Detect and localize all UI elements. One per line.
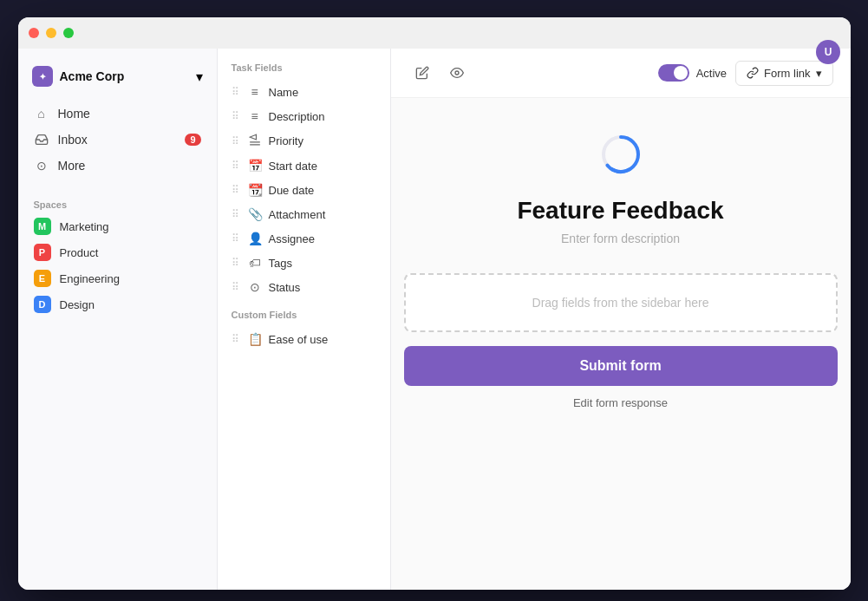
field-ease-label: Ease of use [269, 333, 329, 346]
form-title: Feature Feedback [517, 197, 723, 225]
drag-handle-priority: ⠿ [232, 135, 239, 147]
design-label: Design [60, 298, 95, 311]
field-description[interactable]: ⠿ ≡ Description [218, 104, 390, 128]
workspace-name: Acme Corp [60, 69, 189, 83]
product-dot: P [34, 244, 51, 261]
attachment-icon: 📎 [248, 207, 262, 221]
titlebar [18, 17, 851, 49]
sidebar-item-product[interactable]: P Product [25, 239, 210, 265]
sidebar-item-home-label: Home [58, 107, 90, 121]
drag-handle-assignee: ⠿ [232, 232, 239, 245]
sidebar-item-more[interactable]: ⊙ More [25, 153, 210, 179]
svg-marker-0 [250, 134, 256, 140]
due-date-icon: 📆 [248, 183, 262, 197]
inbox-badge: 9 [185, 134, 200, 146]
drop-zone-label: Drag fields from the sidebar here [532, 296, 709, 310]
drag-handle-name: ⠿ [232, 86, 239, 98]
workspace-icon: ✦ [32, 66, 53, 87]
field-due-date[interactable]: ⠿ 📆 Due date [218, 178, 390, 202]
engineering-dot: E [34, 270, 51, 287]
sidebar-item-more-label: More [58, 159, 86, 173]
marketing-label: Marketing [60, 220, 109, 233]
task-fields-label: Task Fields [218, 62, 390, 80]
drag-handle-tags: ⠿ [232, 257, 239, 269]
field-attachment[interactable]: ⠿ 📎 Attachment [218, 202, 390, 226]
field-status[interactable]: ⠿ ⊙ Status [218, 275, 390, 299]
tags-icon: 🏷 [248, 256, 262, 270]
status-icon: ⊙ [248, 280, 262, 294]
sidebar-item-engineering[interactable]: E Engineering [25, 265, 210, 291]
main-content: Active Form link ▾ [391, 49, 851, 590]
user-avatar[interactable]: U [816, 40, 840, 64]
field-name-label: Name [269, 86, 299, 99]
minimize-button[interactable] [46, 28, 56, 38]
field-tags-label: Tags [269, 257, 292, 270]
field-status-label: Status [269, 281, 301, 294]
field-ease-of-use[interactable]: ⠿ 📋 Ease of use [218, 327, 390, 351]
field-start-date-label: Start date [269, 160, 317, 173]
field-description-label: Description [269, 110, 325, 123]
spaces-label: Spaces [18, 193, 217, 213]
ease-icon: 📋 [248, 332, 262, 346]
active-toggle-group: Active [658, 64, 727, 82]
assignee-icon: 👤 [248, 232, 262, 245]
drag-handle-status: ⠿ [232, 281, 239, 293]
drag-handle-attach: ⠿ [232, 208, 239, 220]
field-priority[interactable]: ⠿ Priority [218, 128, 390, 154]
sidebar: ✦ Acme Corp ▾ ⌂ Home Inbox [18, 49, 218, 590]
form-description[interactable]: Enter form description [561, 232, 680, 245]
loading-spinner [599, 133, 643, 176]
field-attachment-label: Attachment [269, 208, 326, 221]
form-link-button[interactable]: Form link ▾ [735, 61, 832, 86]
drag-handle-ease: ⠿ [232, 333, 239, 345]
inbox-icon [34, 132, 49, 147]
active-toggle[interactable] [658, 64, 689, 82]
field-start-date[interactable]: ⠿ 📅 Start date [218, 154, 390, 178]
drag-handle-desc: ⠿ [232, 110, 239, 122]
maximize-button[interactable] [63, 28, 74, 38]
toolbar-left [408, 59, 471, 87]
sidebar-nav: ⌂ Home Inbox 9 ⊙ More [18, 101, 217, 179]
field-assignee[interactable]: ⠿ 👤 Assignee [218, 226, 390, 251]
field-assignee-label: Assignee [269, 232, 315, 245]
drag-handle-start: ⠿ [232, 160, 239, 172]
svg-point-3 [455, 71, 459, 75]
edit-response-link[interactable]: Edit form response [573, 396, 668, 409]
marketing-dot: M [34, 218, 51, 235]
sidebar-item-design[interactable]: D Design [25, 291, 210, 317]
product-label: Product [60, 246, 99, 259]
sidebar-item-inbox[interactable]: Inbox 9 [25, 127, 210, 153]
start-date-icon: 📅 [248, 159, 262, 173]
workspace-chevron: ▾ [196, 69, 203, 85]
field-tags[interactable]: ⠿ 🏷 Tags [218, 251, 390, 275]
home-icon: ⌂ [34, 106, 49, 121]
more-icon: ⊙ [34, 158, 49, 173]
sidebar-item-home[interactable]: ⌂ Home [25, 101, 210, 127]
name-icon: ≡ [248, 85, 262, 99]
close-button[interactable] [29, 28, 39, 38]
form-link-label: Form link [764, 67, 810, 80]
field-priority-label: Priority [269, 134, 303, 147]
edit-button[interactable] [408, 59, 436, 87]
app-window: ✦ Acme Corp ▾ ⌂ Home Inbox [18, 17, 851, 590]
sidebar-item-marketing[interactable]: M Marketing [25, 213, 210, 239]
preview-button[interactable] [443, 59, 471, 87]
engineering-label: Engineering [60, 272, 120, 285]
description-icon: ≡ [248, 109, 262, 123]
field-due-date-label: Due date [269, 184, 315, 197]
design-dot: D [34, 296, 51, 313]
active-label: Active [696, 67, 727, 80]
form-area: Feature Feedback Enter form description … [391, 98, 851, 590]
custom-fields-panel-label: Custom Fields [218, 310, 390, 327]
drop-zone[interactable]: Drag fields from the sidebar here [404, 273, 838, 332]
main-toolbar: Active Form link ▾ [391, 49, 851, 98]
sidebar-item-inbox-label: Inbox [58, 133, 88, 147]
svg-point-6 [599, 133, 643, 176]
drag-handle-due: ⠿ [232, 184, 239, 196]
field-name[interactable]: ⠿ ≡ Name [218, 80, 390, 104]
toolbar-right: Active Form link ▾ [658, 61, 833, 86]
submit-button[interactable]: Submit form [404, 346, 838, 386]
app-body: ✦ Acme Corp ▾ ⌂ Home Inbox [18, 49, 851, 590]
priority-icon [248, 134, 262, 148]
workspace-selector[interactable]: ✦ Acme Corp ▾ [18, 59, 217, 101]
